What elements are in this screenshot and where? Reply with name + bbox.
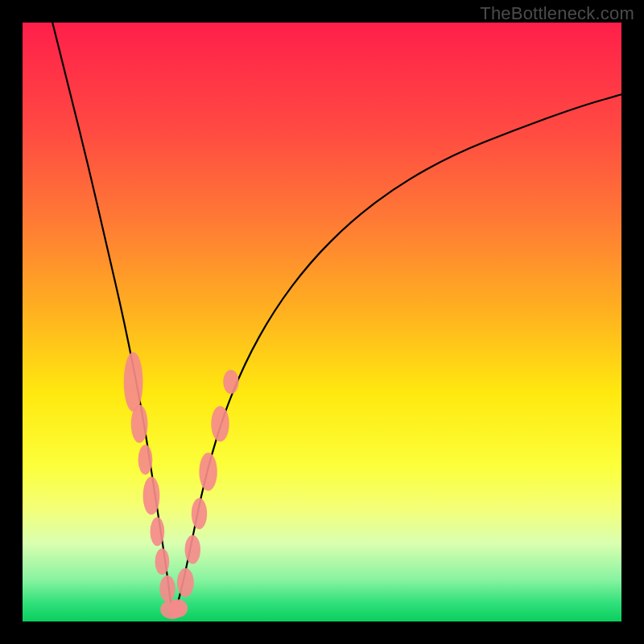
bottleneck-curve	[52, 23, 621, 611]
chart-frame: TheBottleneck.com	[0, 0, 644, 644]
bottleneck-curve-plot	[23, 23, 621, 621]
data-point-marker	[155, 548, 170, 575]
data-point-marker	[177, 568, 194, 597]
data-point-marker	[159, 576, 175, 602]
data-point-marker	[124, 352, 143, 411]
data-point-marker	[151, 518, 165, 547]
data-point-marker	[138, 445, 153, 475]
data-point-marker	[185, 535, 200, 564]
data-point-marker	[211, 406, 229, 442]
data-point-marker	[143, 477, 160, 515]
data-point-marker	[131, 405, 148, 444]
plot-gradient-background	[23, 23, 621, 621]
data-point-markers	[124, 352, 239, 619]
data-point-marker	[223, 370, 238, 394]
data-point-marker	[199, 452, 217, 491]
attribution-watermark: TheBottleneck.com	[480, 3, 634, 24]
data-point-marker	[192, 498, 207, 530]
data-point-marker	[169, 599, 188, 617]
